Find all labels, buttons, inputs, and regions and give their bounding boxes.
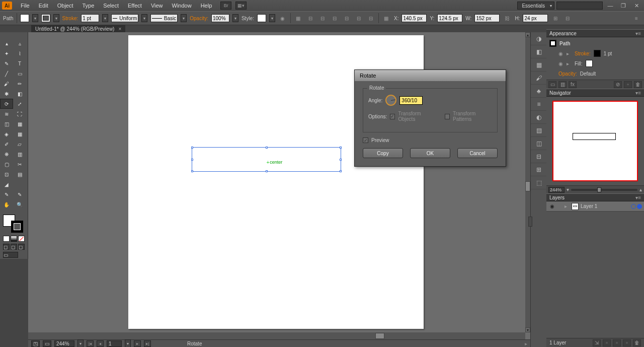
status-arrow-icon[interactable]: ▸ — [525, 341, 527, 346]
expand-arrow-icon-2[interactable]: ▸ — [567, 61, 572, 66]
menu-help[interactable]: Help — [196, 0, 217, 11]
layer-visibility-icon[interactable]: ◉ — [548, 203, 555, 210]
align-icon-1[interactable]: ▦ — [294, 14, 303, 23]
layers-new-icon[interactable]: ▫ — [623, 339, 631, 346]
transform-ref-icon[interactable]: ▦ — [382, 14, 391, 23]
type-tool[interactable]: T — [13, 58, 26, 68]
workspace-switcher[interactable]: Essentials — [517, 2, 554, 10]
expand-arrow-icon[interactable]: ▸ — [567, 51, 572, 56]
zoom-out-icon[interactable]: ▾ — [567, 187, 569, 192]
fill-dropdown[interactable]: ▾ — [32, 14, 38, 22]
navigator-menu-icon[interactable]: ▾≡ — [635, 90, 641, 96]
scroll-down-arrow[interactable]: ▾ — [525, 327, 530, 332]
pencil-tool[interactable]: ✏ — [13, 79, 26, 89]
copy-button[interactable]: Copy — [363, 148, 403, 158]
tab-close-icon[interactable]: × — [118, 26, 121, 32]
stroke-label[interactable]: Stroke: — [62, 16, 78, 21]
fill-color-chip[interactable] — [586, 60, 593, 67]
layer-target-icon[interactable] — [631, 204, 636, 209]
style-dd[interactable]: ▾ — [269, 14, 275, 22]
hand-tool[interactable]: ✋ — [0, 199, 13, 210]
menu-file[interactable]: File — [16, 0, 34, 11]
print-tiling-tool[interactable]: ▤ — [13, 169, 26, 179]
transparency-panel-icon[interactable]: ▤ — [531, 124, 547, 137]
zoom-tool[interactable]: 🔍 — [13, 199, 26, 210]
transform-panel-icon[interactable]: ⊞ — [531, 163, 547, 176]
fill-swatch[interactable] — [20, 14, 29, 22]
angle-input[interactable]: 360/10 — [399, 96, 423, 105]
graphic-style[interactable] — [257, 14, 266, 22]
blob-brush-tool[interactable]: ✱ — [0, 89, 13, 99]
menu-view[interactable]: View — [146, 0, 168, 11]
link-wh-icon[interactable]: ⛓ — [503, 14, 512, 23]
lasso-tool[interactable]: ⌇ — [13, 48, 26, 58]
align-top-icon[interactable]: ⊟ — [342, 14, 351, 23]
align-right-icon[interactable]: ⊟ — [330, 14, 339, 23]
opacity-dd[interactable]: ▾ — [232, 14, 238, 22]
direct-selection-tool[interactable]: ▵ — [13, 38, 26, 48]
measure-tool[interactable]: ✎ — [13, 189, 26, 199]
color-guide-panel-icon[interactable]: ◧ — [531, 45, 547, 58]
layers-panel-header[interactable]: Layers▾≡ — [546, 193, 644, 201]
eye-icon-2[interactable]: ◉ — [558, 61, 564, 66]
menu-window[interactable]: Window — [168, 0, 196, 11]
ok-button[interactable]: OK — [410, 148, 450, 158]
brushes-panel-icon[interactable]: 🖌 — [531, 72, 547, 85]
screen-mode-icon[interactable]: ▭ — [3, 252, 18, 258]
angle-wheel[interactable] — [385, 95, 396, 106]
layers-icon-2[interactable]: ▫ — [603, 339, 611, 346]
align-center-h-icon[interactable]: ⊟ — [318, 14, 327, 23]
draw-inside-icon[interactable]: ◻ — [18, 244, 25, 250]
layers-icon-1[interactable]: ⇲ — [593, 339, 601, 346]
appearance-menu-icon[interactable]: ▾≡ — [635, 31, 641, 36]
shape-builder-tool[interactable]: ◫ — [0, 119, 13, 129]
stroke-panel-icon[interactable]: ≡ — [531, 98, 547, 111]
menu-type[interactable]: Type — [78, 0, 99, 11]
brush-dd[interactable]: ▾ — [181, 14, 187, 22]
shape-icon-1[interactable]: ⊞ — [551, 14, 560, 23]
last-artboard-button[interactable]: ▸| — [144, 340, 151, 347]
hscroll-thumb[interactable] — [375, 333, 384, 339]
layer-selection-icon[interactable] — [637, 204, 642, 209]
draw-behind-icon[interactable]: ◻ — [11, 244, 17, 250]
paintbrush-tool[interactable]: 🖌 — [0, 79, 13, 89]
align-center-v-icon[interactable]: ⊟ — [354, 14, 363, 23]
layers-menu-icon[interactable]: ▾≡ — [635, 195, 641, 200]
navigator-zoom-thumb[interactable] — [597, 187, 601, 192]
status-icon-2[interactable]: ▭ — [43, 340, 51, 347]
preview-checkbox[interactable]: ✓ — [363, 137, 368, 143]
stroke-weight-input[interactable]: 1 pt — [81, 14, 99, 22]
pen-tool[interactable]: ✎ — [0, 58, 13, 68]
appearance-new-icon[interactable]: ▫ — [624, 81, 632, 88]
navigator-preview[interactable] — [552, 101, 638, 181]
status-zoom-dd[interactable]: ▾ — [77, 339, 84, 347]
mesh-tool[interactable]: ▦ — [13, 129, 26, 139]
selection-tool[interactable]: ▴ — [0, 38, 13, 48]
scale-tool[interactable]: ⤢ — [13, 99, 26, 109]
artboard-dd[interactable]: ▾ — [125, 339, 131, 347]
perspective-tool[interactable]: ◈ — [0, 129, 13, 139]
first-artboard-button[interactable]: |◂ — [87, 340, 94, 347]
x-input[interactable]: 140.5 px — [401, 14, 427, 22]
symbol-sprayer-tool[interactable]: ❋ — [0, 149, 13, 159]
draw-normal-icon[interactable]: ◻ — [3, 244, 10, 250]
layers-trash-icon[interactable]: 🗑 — [633, 339, 641, 346]
appearance-icon-2[interactable]: ▥ — [558, 81, 567, 88]
appearance-panel-header[interactable]: Appearance▾≡ — [546, 29, 644, 37]
recolor-icon[interactable]: ◉ — [278, 14, 287, 23]
eyedropper-tool-2[interactable]: ✎ — [0, 189, 13, 199]
appearance-trash-icon[interactable]: 🗑 — [634, 81, 642, 88]
gradient-panel-icon[interactable]: ◐ — [531, 111, 547, 124]
eraser-tool[interactable]: ◧ — [13, 89, 26, 99]
menu-object[interactable]: Object — [53, 0, 78, 11]
pathfinder-panel-icon[interactable]: ⬚ — [531, 176, 547, 189]
layers-new-sublayer-icon[interactable]: ▫ — [613, 339, 621, 346]
color-panel-icon[interactable]: ◑ — [531, 32, 547, 45]
appearance-clear-icon[interactable]: ⊘ — [614, 81, 622, 88]
artboard-tool[interactable]: ▢ — [0, 159, 13, 169]
stroke-profile[interactable]: Uniform — [111, 14, 138, 22]
hand-tool-alt[interactable]: ⊡ — [0, 169, 13, 179]
dialog-title-bar[interactable]: Rotate — [355, 70, 506, 81]
maximize-button[interactable]: ❐ — [618, 2, 629, 9]
selected-rectangle[interactable]: center — [192, 147, 341, 172]
